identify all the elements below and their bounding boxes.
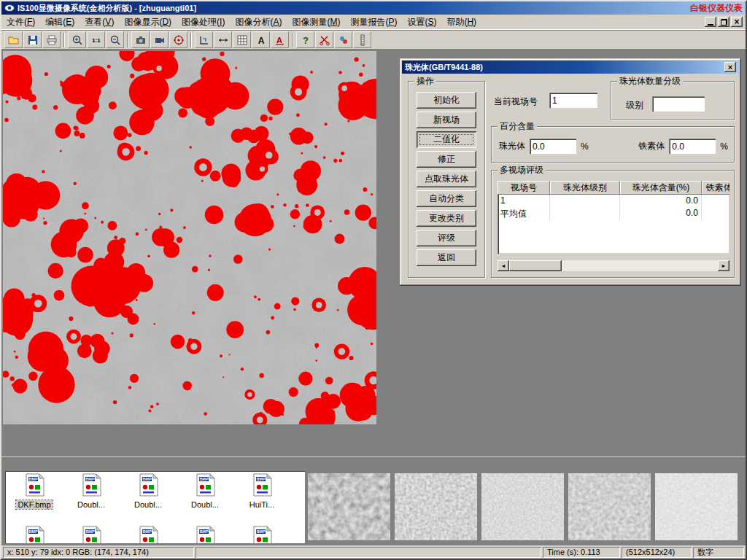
thumbnail-strip	[308, 473, 738, 540]
op-auto-classify-button[interactable]: 自动分类	[417, 190, 476, 207]
specimen-image[interactable]	[3, 51, 376, 424]
menu-image-measure[interactable]: 图像测量(M)	[287, 14, 345, 31]
menu-help[interactable]: 帮助(H)	[441, 14, 481, 31]
table-row-0[interactable]: 10.0	[498, 195, 729, 207]
thumbnail-3[interactable]	[481, 473, 564, 540]
zoom-in-icon[interactable]	[68, 31, 86, 48]
file-item-r2-1[interactable]: BMP	[6, 526, 63, 543]
file-item-r1-4[interactable]: BMPDoubl...	[177, 473, 233, 518]
window-title: IS100显微摄像系统(金相分析版) - [zhuguangti01]	[18, 3, 687, 14]
caliper-icon[interactable]	[195, 31, 213, 48]
col-header-2[interactable]: 珠光体含量(%)	[620, 181, 702, 195]
zoom-out-icon[interactable]	[106, 31, 124, 48]
op-pick-pearlite-button[interactable]: 点取珠光体	[417, 171, 476, 187]
file-list: BMPDKF.bmpBMPDoubl...BMPDoubl...BMPDoubl…	[4, 470, 305, 543]
percentage-group: 百分含量 珠光体 % 铁素体 %	[491, 126, 735, 163]
file-item-r2-2[interactable]: BMP	[63, 526, 120, 543]
menu-view[interactable]: 查看(V)	[80, 14, 119, 31]
toolbar-separator	[127, 33, 128, 47]
table-cell	[550, 195, 620, 207]
col-header-1[interactable]: 珠光体级别	[550, 181, 620, 195]
menu-measure-report[interactable]: 测量报告(P)	[345, 14, 402, 31]
grade-input[interactable]	[652, 96, 705, 112]
current-view-input[interactable]	[549, 93, 597, 108]
ferrite-label: 铁素体	[638, 140, 665, 152]
mdi-close-button[interactable]: ×	[731, 17, 743, 27]
file-item-r1-1[interactable]: BMPDKF.bmp	[6, 473, 63, 518]
op-return-button[interactable]: 返回	[417, 249, 476, 266]
scroll-thumb[interactable]	[509, 260, 562, 271]
thumbnail-1[interactable]	[308, 473, 390, 540]
grade-field-label: 级别	[626, 99, 643, 112]
operations-group-label: 操作	[414, 76, 436, 86]
thumbnail-4[interactable]	[568, 473, 651, 540]
capture-icon[interactable]	[131, 31, 150, 48]
table-hscrollbar[interactable]: ◄ ►	[498, 260, 729, 271]
mdi-minimize-button[interactable]	[705, 17, 716, 27]
thumbnail-5[interactable]	[655, 473, 738, 540]
file-item-r2-4[interactable]: BMP	[177, 526, 233, 543]
op-binarize-button[interactable]: 二值化	[417, 131, 476, 148]
op-new-field-button[interactable]: 新视场	[417, 112, 476, 128]
gallery-panel: BMPDKF.bmpBMPDoubl...BMPDoubl...BMPDoubl…	[1, 456, 746, 545]
file-item-r1-3[interactable]: BMPDoubl...	[120, 473, 177, 518]
cut-icon[interactable]	[315, 31, 333, 48]
toolbar-separator	[190, 33, 192, 47]
grid-icon[interactable]	[233, 31, 251, 48]
file-item-r2-5[interactable]: BMP	[233, 526, 290, 543]
bmp-file-icon: BMP	[80, 473, 104, 499]
table-header: 视场号珠光体级别珠光体含量(%)铁素体含量(%)	[498, 181, 729, 195]
table-row-1[interactable]: 平均值0.0	[498, 207, 729, 219]
op-change-class-button[interactable]: 更改类别	[417, 210, 476, 227]
op-correct-button[interactable]: 修正	[417, 151, 476, 168]
actual-size-icon[interactable]: 1:1	[87, 31, 105, 48]
print-icon[interactable]	[42, 31, 61, 48]
svg-text:BMP: BMP	[199, 477, 209, 481]
svg-text:BMP: BMP	[142, 477, 152, 481]
menu-image-analysis[interactable]: 图像分析(A)	[230, 14, 287, 31]
table-cell	[702, 195, 729, 207]
table-cell	[550, 207, 620, 219]
table-cell: 0.0	[620, 195, 702, 207]
scroll-track[interactable]	[509, 260, 718, 271]
vendor-watermark: 白银仪器仪表	[690, 2, 743, 15]
bmp-file-icon: BMP	[193, 473, 217, 499]
file-item-r1-5[interactable]: BMPHuiTi...	[233, 473, 290, 518]
status-filler	[196, 547, 541, 558]
col-header-0[interactable]: 视场号	[498, 181, 550, 195]
thumbnail-2[interactable]	[395, 473, 477, 540]
status-image-size: (512x512x24)	[622, 547, 692, 558]
mdi-restore-button[interactable]	[718, 17, 729, 27]
target-icon[interactable]	[169, 31, 187, 48]
open-icon[interactable]	[4, 31, 23, 48]
pearlite-value-input[interactable]	[530, 139, 576, 154]
col-header-3[interactable]: 铁素体含量(%)	[702, 181, 729, 195]
scroll-left-button[interactable]: ◄	[498, 260, 509, 271]
save-icon[interactable]	[23, 31, 42, 48]
menu-image-process[interactable]: 图像处理(I)	[177, 14, 230, 31]
palette-icon[interactable]	[334, 31, 352, 48]
file-item-r2-3[interactable]: BMP	[120, 526, 177, 543]
text-icon[interactable]: A	[252, 31, 270, 48]
dialog-close-button[interactable]: ×	[724, 62, 736, 72]
menu-settings[interactable]: 设置(S)	[402, 14, 441, 31]
annotate-icon[interactable]: A	[271, 31, 289, 48]
table-cell: 1	[498, 195, 550, 207]
close-icon: ×	[734, 18, 739, 26]
camera-icon[interactable]	[150, 31, 169, 48]
menu-file[interactable]: 文件(F)	[1, 14, 40, 31]
ruler-icon[interactable]	[353, 31, 371, 48]
measure-icon[interactable]	[214, 31, 232, 48]
current-view-label: 当前视场号	[494, 96, 538, 108]
op-initialize-button[interactable]: 初始化	[417, 92, 476, 109]
ferrite-value-input[interactable]	[669, 139, 716, 154]
dialog-title-bar[interactable]: 珠光体(GB/T9441-88) ×	[402, 61, 739, 74]
op-grade-button[interactable]: 评级	[417, 230, 476, 246]
help-icon[interactable]: ?	[296, 31, 314, 48]
scroll-right-button[interactable]: ►	[718, 260, 729, 271]
file-item-r1-2[interactable]: BMPDoubl...	[63, 473, 120, 518]
minimize-icon	[708, 24, 713, 26]
menu-edit[interactable]: 编辑(E)	[40, 14, 80, 31]
menu-image-display[interactable]: 图像显示(D)	[119, 14, 177, 31]
table-cell: 0.0	[620, 207, 702, 219]
